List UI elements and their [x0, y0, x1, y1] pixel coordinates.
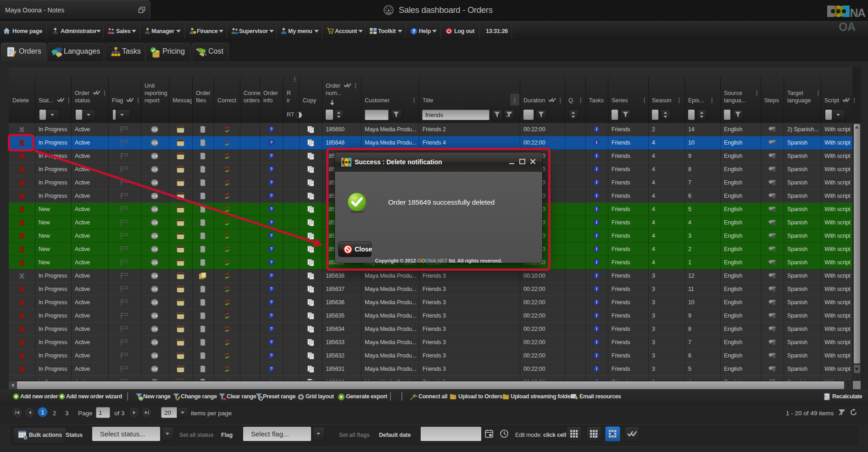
svg-text:NA: NA — [850, 6, 866, 19]
svg-text:?: ? — [412, 28, 416, 34]
svg-text:QA: QA — [839, 20, 856, 31]
